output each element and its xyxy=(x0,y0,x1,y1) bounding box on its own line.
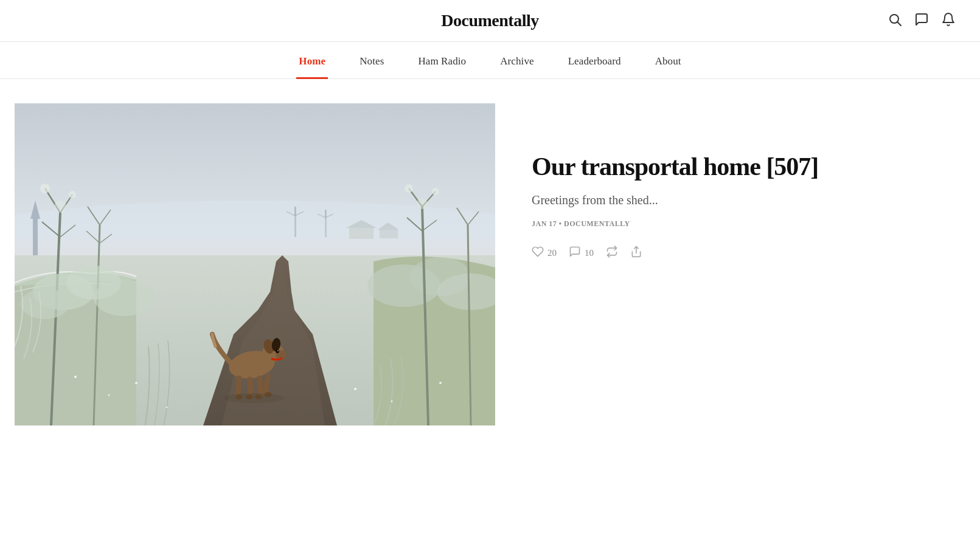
svg-rect-14 xyxy=(349,228,374,239)
article-subtitle: Greetings from the shed... xyxy=(532,193,827,207)
svg-point-34 xyxy=(21,289,69,319)
svg-point-67 xyxy=(74,376,77,378)
nav-item-archive[interactable]: Archive xyxy=(498,44,536,78)
nav-item-ham-radio[interactable]: Ham Radio xyxy=(415,44,468,78)
svg-point-26 xyxy=(69,191,76,198)
svg-point-69 xyxy=(135,382,137,384)
repost-icon xyxy=(606,246,618,261)
svg-point-56 xyxy=(276,349,279,353)
svg-rect-16 xyxy=(380,230,398,238)
featured-image[interactable] xyxy=(15,103,495,425)
svg-point-73 xyxy=(439,382,442,384)
comment-action[interactable]: 10 xyxy=(569,246,594,261)
article-meta: JAN 17 • DOCUMENTALLY xyxy=(532,219,827,229)
svg-point-50 xyxy=(417,198,428,209)
chat-icon[interactable] xyxy=(914,12,929,29)
svg-point-49 xyxy=(432,188,439,195)
bell-icon[interactable] xyxy=(941,12,956,29)
comment-count: 10 xyxy=(585,248,594,258)
svg-point-57 xyxy=(277,350,279,351)
search-icon[interactable] xyxy=(888,12,902,29)
svg-point-68 xyxy=(108,394,110,396)
nav-item-leaderboard[interactable]: Leaderboard xyxy=(566,44,624,78)
svg-line-1 xyxy=(898,22,902,26)
nav-item-about[interactable]: About xyxy=(653,44,684,78)
site-title: Documentally xyxy=(441,11,538,30)
like-action[interactable]: 20 xyxy=(532,246,557,261)
main-nav: Home Notes Ham Radio Archive Leaderboard… xyxy=(0,44,980,79)
svg-point-25 xyxy=(40,184,50,193)
article-actions: 20 10 xyxy=(532,246,827,261)
main-content: Our transportal home [507] Greetings fro… xyxy=(0,79,852,450)
svg-point-70 xyxy=(166,407,168,408)
like-count: 20 xyxy=(547,248,557,258)
svg-point-66 xyxy=(223,393,284,403)
share-icon xyxy=(630,246,642,261)
header-icons xyxy=(888,12,956,29)
share-action[interactable] xyxy=(630,246,642,261)
svg-point-36 xyxy=(94,280,155,316)
heart-icon xyxy=(532,246,544,261)
repost-action[interactable] xyxy=(606,246,618,261)
svg-point-48 xyxy=(405,184,413,193)
nav-item-notes[interactable]: Notes xyxy=(357,44,386,78)
article-title[interactable]: Our transportal home [507] xyxy=(532,152,827,181)
comment-icon xyxy=(569,246,581,261)
svg-point-27 xyxy=(54,201,66,213)
svg-point-72 xyxy=(391,401,393,402)
nav-item-home[interactable]: Home xyxy=(296,44,328,78)
site-header: Documentally xyxy=(0,0,980,42)
svg-point-71 xyxy=(354,388,356,390)
article-info: Our transportal home [507] Greetings fro… xyxy=(532,103,827,261)
